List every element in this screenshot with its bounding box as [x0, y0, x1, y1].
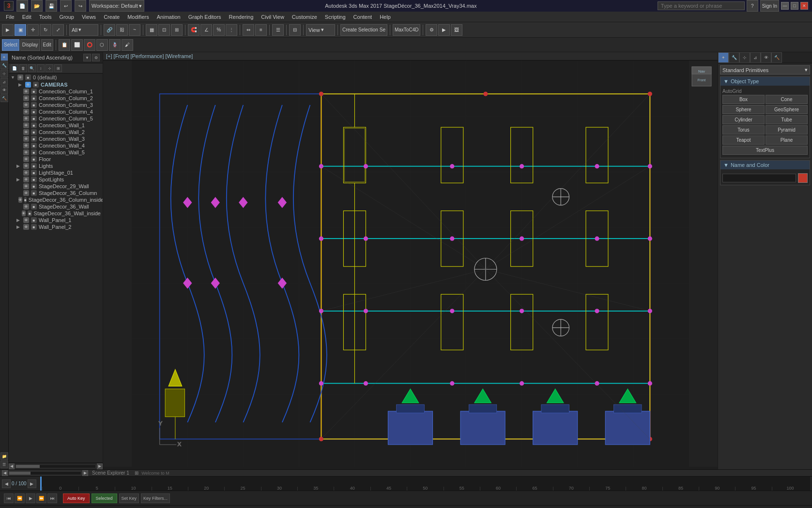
scroll-right-btn[interactable]: ▶: [97, 463, 103, 469]
box-btn[interactable]: Box: [722, 95, 765, 104]
hierarchy-panel-btn[interactable]: ⊹: [0, 70, 8, 77]
menu-views[interactable]: Views: [78, 13, 100, 21]
menu-file[interactable]: File: [2, 13, 18, 21]
item-wall-panel-2[interactable]: ▶ 👁 ■ Wall_Panel_2: [9, 224, 103, 230]
select-tab-btn[interactable]: Select: [2, 39, 19, 51]
se-hier-btn[interactable]: ⊹: [46, 64, 53, 72]
color-swatch[interactable]: [798, 173, 808, 183]
geosphere-btn[interactable]: GeoSphere: [766, 105, 808, 114]
item-stagedecor-29[interactable]: 👁 ■ StageDecor_29_Wall: [9, 183, 103, 190]
cylinder-btn[interactable]: Cylinder: [722, 115, 765, 124]
item-conn-col-1[interactable]: 👁 ■ Connection_Column_1: [9, 88, 103, 95]
item-conn-wall-4[interactable]: 👁 ■ Connection_Wall_4: [9, 142, 103, 149]
render-icon[interactable]: ■: [25, 75, 31, 80]
menu-content[interactable]: Content: [350, 13, 376, 21]
viewport[interactable]: [+] [Front] [Performance] [Wireframe]: [103, 52, 718, 469]
object-type-header[interactable]: ▼ Object Type: [720, 77, 810, 86]
create-selection-set[interactable]: Create Selection Se: [340, 24, 387, 36]
close-btn[interactable]: ✕: [800, 2, 808, 10]
menu-group[interactable]: Group: [55, 13, 78, 21]
view-dropdown[interactable]: View ▾: [306, 24, 335, 36]
item-stagedecor-col[interactable]: 👁 ■ StageDecor_36_Column: [9, 190, 103, 196]
set-key-btn[interactable]: Set Key: [119, 493, 139, 503]
scale-btn[interactable]: ⤢: [52, 24, 64, 36]
menu-help[interactable]: Help: [376, 13, 395, 21]
se-find-btn[interactable]: 🔍: [28, 64, 36, 72]
tube-btn[interactable]: Tube: [766, 115, 808, 124]
timeline-left-btn[interactable]: ◀: [2, 479, 11, 488]
selected-btn[interactable]: Selected: [92, 493, 117, 503]
item-lightstage[interactable]: 👁 ■ LightStage_01: [9, 169, 103, 176]
mirror-btn[interactable]: ⇔: [243, 24, 254, 36]
key-filters-btn[interactable]: Key Filters...: [141, 493, 170, 503]
se-options-btn[interactable]: ⊞: [135, 470, 138, 476]
menu-modifiers[interactable]: Modifiers: [123, 13, 153, 21]
cameras-eye[interactable]: 👁: [25, 82, 31, 88]
cameras-render[interactable]: ■: [33, 82, 39, 88]
object-name-input[interactable]: [722, 174, 796, 182]
se-sort-btn[interactable]: ↕: [37, 64, 45, 72]
save-btn[interactable]: 💾: [46, 0, 57, 12]
spinner-snap[interactable]: ⋮: [226, 24, 237, 36]
menu-scripting[interactable]: Scripting: [321, 13, 350, 21]
select-filter[interactable]: ▦: [146, 24, 157, 36]
item-conn-col-3[interactable]: 👁 ■ Connection_Column_3: [9, 102, 103, 108]
auto-key-btn[interactable]: Auto Key: [63, 493, 90, 503]
angle-snap[interactable]: ∠: [200, 24, 212, 36]
menu-edit[interactable]: Edit: [18, 13, 35, 21]
cameras-group[interactable]: ▶ 👁 ■ CAMERAS: [9, 81, 103, 88]
play-btn[interactable]: ▶: [26, 493, 35, 503]
next-frame-btn[interactable]: ⏩: [36, 493, 46, 503]
item-wall-panel-1[interactable]: ▶ 👁 ■ Wall_Panel_1: [9, 217, 103, 224]
render-setup[interactable]: ⚙: [426, 24, 437, 36]
primitive-type-dropdown[interactable]: Standard Primitives ▾: [720, 65, 810, 75]
window-crossing[interactable]: ⊞: [171, 24, 183, 36]
select-all[interactable]: ⊡: [158, 24, 170, 36]
scene-explorer-btn[interactable]: 📁: [0, 452, 8, 460]
h-scroll-right[interactable]: ▶: [82, 470, 88, 476]
render-frame[interactable]: 🖼: [451, 24, 462, 36]
link-btn[interactable]: 🔗: [104, 24, 115, 36]
create-tab[interactable]: ✦: [718, 52, 729, 63]
h-scroll-left[interactable]: ◀: [2, 470, 8, 476]
help-btn[interactable]: ?: [747, 0, 758, 12]
menu-create[interactable]: Create: [100, 13, 123, 21]
name-color-header[interactable]: ▼ Name and Color: [720, 161, 810, 169]
motion-panel-btn[interactable]: ⊿: [0, 78, 8, 86]
cone-btn[interactable]: Cone: [766, 95, 808, 104]
item-lights[interactable]: ▶ 👁 ■ Lights: [9, 163, 103, 169]
scroll-left-btn[interactable]: ◀: [9, 463, 15, 469]
display-tab-btn[interactable]: Display: [20, 39, 40, 51]
se-delete-btn[interactable]: 🗑: [19, 64, 27, 72]
align-btn[interactable]: ≡: [255, 24, 267, 36]
new-btn[interactable]: 📄: [16, 0, 28, 12]
scroll-track[interactable]: [15, 464, 96, 468]
motion-tab[interactable]: ⊿: [750, 52, 761, 63]
display-tab[interactable]: 👁: [761, 52, 771, 63]
fence-region[interactable]: ⬡: [96, 39, 108, 51]
keyword-search[interactable]: [658, 1, 745, 10]
layer-manager[interactable]: ☰: [272, 24, 284, 36]
item-conn-wall-1[interactable]: 👁 ■ Connection_Wall_1: [9, 122, 103, 129]
item-spotlights[interactable]: ▶ 👁 ■ SpotLights: [9, 176, 103, 183]
textplus-btn[interactable]: TextPlus: [722, 146, 808, 155]
edit-tab-btn[interactable]: Edit: [41, 39, 53, 51]
go-end-btn[interactable]: ⏭: [47, 493, 57, 503]
sphere-btn[interactable]: Sphere: [722, 105, 765, 114]
undo-btn[interactable]: ↩: [60, 0, 72, 12]
se-col-btn[interactable]: ⊞: [54, 64, 62, 72]
eye-icon[interactable]: 👁: [17, 75, 23, 80]
teapot-btn[interactable]: Teapot: [722, 135, 765, 145]
se-new-btn[interactable]: 📄: [11, 64, 18, 72]
nav-cube[interactable]: Nav Front: [689, 64, 714, 89]
create-panel-btn[interactable]: ✦: [0, 53, 8, 61]
h-scroll-track[interactable]: [9, 471, 81, 475]
torus-btn[interactable]: Torus: [722, 125, 765, 134]
render-conn-col-1[interactable]: ■: [31, 89, 37, 94]
filter-btn[interactable]: ▼: [83, 54, 91, 61]
modify-tab[interactable]: 🔧: [729, 52, 739, 63]
select-obj-btn[interactable]: ▶: [2, 24, 14, 36]
layer-btn[interactable]: ☰: [0, 461, 8, 468]
unlink-btn[interactable]: ⛓: [116, 24, 128, 36]
item-conn-col-4[interactable]: 👁 ■ Connection_Column_4: [9, 108, 103, 115]
